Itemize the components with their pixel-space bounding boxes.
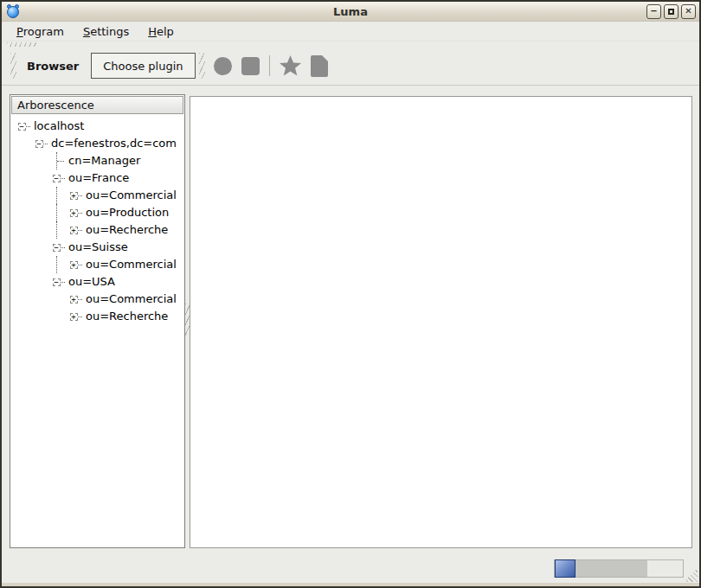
choose-plugin-button[interactable]: Choose plugin (91, 53, 195, 79)
tree-guide (30, 308, 48, 325)
maximize-button[interactable] (664, 4, 678, 19)
minus-icon[interactable]: − (18, 123, 26, 131)
tree-item-label: ou=Recherche (82, 308, 168, 325)
star-icon[interactable] (280, 55, 301, 76)
expand-toggle[interactable]: + (65, 291, 82, 308)
window-controls: −✕ (646, 4, 696, 19)
tree-item-label: ou=USA (65, 273, 115, 291)
tree-item[interactable]: cn=Manager (13, 152, 184, 169)
tree-item[interactable]: +ou=Commercial (13, 291, 184, 308)
menu-accel: S (83, 25, 90, 38)
tree-guide (48, 204, 65, 221)
toolbar-drag-handle-icon[interactable] (10, 53, 16, 79)
tree-guide (48, 308, 65, 325)
toolbar: Browser Choose plugin (2, 47, 699, 86)
tree-branch (48, 152, 65, 169)
plus-icon[interactable]: + (70, 227, 78, 234)
menu-program[interactable]: Program (7, 23, 74, 40)
tree-guide (13, 308, 30, 325)
browser-label: Browser (27, 60, 79, 73)
menu-accel: P (16, 25, 23, 38)
plus-icon[interactable]: + (70, 209, 78, 217)
toolbar-drag-handle-icon[interactable] (199, 53, 205, 79)
plus-icon[interactable]: + (70, 192, 78, 200)
tree-guide (13, 187, 30, 204)
tree-item-label: ou=France (65, 169, 129, 187)
document-icon[interactable] (311, 55, 328, 77)
entry-view-panel (190, 96, 692, 548)
expand-toggle[interactable]: + (65, 256, 82, 273)
minus-icon[interactable]: − (53, 244, 61, 252)
square-icon[interactable] (241, 57, 260, 75)
tree-item-label: ou=Commercial (82, 187, 177, 204)
tree-item-label: ou=Commercial (82, 291, 177, 308)
collapse-toggle[interactable]: − (48, 273, 65, 291)
circle-icon[interactable] (214, 57, 232, 75)
tree-guide (30, 169, 48, 187)
expand-toggle[interactable]: + (65, 221, 82, 239)
minimize-button[interactable]: − (646, 4, 661, 19)
tree-item[interactable]: +ou=Recherche (13, 221, 184, 239)
tree-item[interactable]: +ou=Recherche (13, 308, 184, 325)
toolbar-icons (214, 55, 328, 77)
luma-window: Luma −✕ ProgramSettingsHelp Browser Choo… (0, 0, 701, 588)
expand-toggle[interactable]: + (65, 187, 82, 204)
tree-panel: Arborescence −localhost−dc=fenestros,dc=… (10, 94, 185, 548)
tree-item-label: dc=fenestros,dc=com (48, 135, 177, 152)
tree-guide (30, 152, 48, 169)
drag-handle-icon[interactable] (7, 42, 36, 47)
tree-guide (48, 256, 65, 273)
tree-guide (13, 169, 30, 187)
titlebar[interactable]: Luma −✕ (2, 2, 699, 22)
menubar-handle-row (2, 41, 699, 47)
tree-item[interactable]: −ou=USA (13, 273, 184, 291)
tree-guide (30, 221, 48, 239)
tree-guide (13, 204, 30, 221)
tree-item[interactable]: +ou=Production (13, 204, 184, 221)
tree-item-label: ou=Commercial (82, 256, 177, 273)
tree-guide (30, 256, 48, 273)
menubar: ProgramSettingsHelp (2, 22, 699, 41)
plus-icon[interactable]: + (70, 313, 78, 321)
tree-item-label: ou=Suisse (65, 239, 128, 256)
expand-toggle[interactable]: + (65, 204, 82, 221)
tree-guide (30, 273, 48, 291)
tree-item-label: ou=Recherche (82, 221, 168, 239)
tree-column-header[interactable]: Arborescence (11, 96, 183, 114)
collapse-toggle[interactable]: − (30, 135, 48, 152)
tree-item[interactable]: −localhost (13, 118, 184, 135)
statusbar (2, 548, 699, 583)
collapse-toggle[interactable]: − (13, 118, 30, 135)
tree-item-label: cn=Manager (65, 152, 140, 169)
tree-guide (30, 204, 48, 221)
minus-icon[interactable]: − (53, 278, 61, 286)
tree-item[interactable]: −ou=Suisse (13, 239, 184, 256)
collapse-toggle[interactable]: − (48, 239, 65, 256)
expand-toggle[interactable]: + (65, 308, 82, 325)
collapse-toggle[interactable]: − (48, 169, 65, 187)
panel-splitter[interactable] (185, 94, 190, 548)
tree-guide (48, 291, 65, 308)
close-button[interactable]: ✕ (681, 4, 696, 19)
tree-guide (30, 187, 48, 204)
tree-guide (48, 221, 65, 239)
tree-item[interactable]: −ou=France (13, 169, 184, 187)
plus-icon[interactable]: + (70, 296, 78, 304)
tree-item[interactable]: −dc=fenestros,dc=com (13, 135, 184, 152)
menu-help[interactable]: Help (138, 23, 183, 40)
ldap-tree: −localhost−dc=fenestros,dc=comcn=Manager… (10, 115, 184, 547)
tree-guide (13, 291, 30, 308)
tree-guide (48, 187, 65, 204)
resize-grip-icon[interactable] (684, 568, 698, 582)
plus-icon[interactable]: + (70, 261, 78, 269)
tree-item[interactable]: +ou=Commercial (13, 187, 184, 204)
tree-item[interactable]: +ou=Commercial (13, 256, 184, 273)
menu-settings[interactable]: Settings (74, 23, 138, 40)
minus-icon[interactable]: − (35, 140, 43, 148)
minus-icon[interactable]: − (53, 175, 61, 182)
tree-item-label: ou=Production (82, 204, 169, 221)
splitter-grip-icon[interactable] (185, 304, 190, 336)
separator (269, 55, 270, 76)
window-title: Luma (2, 5, 699, 18)
circle-icon (214, 57, 232, 75)
